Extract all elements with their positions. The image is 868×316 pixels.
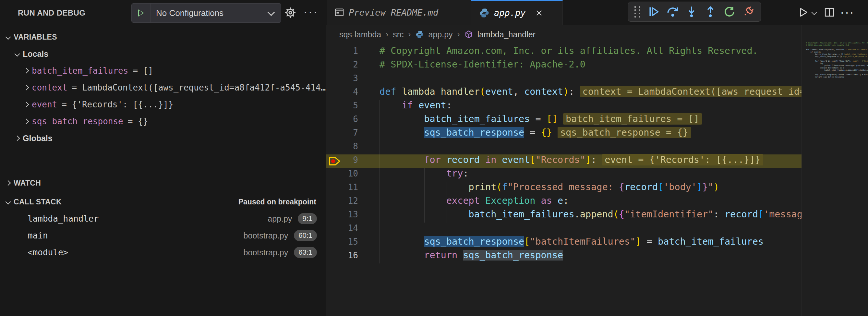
code-token: record (725, 209, 758, 220)
code-line-12[interactable]: except Exception as e: (360, 194, 802, 208)
start-debug-button[interactable] (132, 4, 151, 22)
code-line-7[interactable]: sqs_batch_response = {}sqs_batch_respons… (360, 126, 802, 139)
chevron-right-icon (5, 180, 11, 186)
variable-row-batch_item_failures[interactable]: batch_item_failures= [] (0, 62, 326, 79)
minimap-line: batch_item_failures.append({"itemIdentif… (806, 69, 867, 71)
line-number[interactable]: 2 (329, 58, 358, 71)
restart-button[interactable] (722, 4, 737, 20)
close-tab-button[interactable] (534, 7, 545, 19)
split-editor-button[interactable] (824, 4, 835, 20)
code-token: {} (541, 127, 552, 138)
python-icon (479, 8, 490, 18)
code-line-11[interactable]: print(f"Processed message: {record['body… (360, 180, 802, 194)
code-line-6[interactable]: batch_item_failures = []batch_item_failu… (360, 112, 802, 126)
step-out-button[interactable] (703, 4, 718, 20)
code-line-2[interactable]: # SPDX-License-Identifier: Apache-2.0 (360, 58, 802, 71)
run-dropdown-button[interactable] (812, 4, 816, 20)
code-token: event (418, 100, 446, 110)
debug-config-dropdown[interactable]: No Configurations (131, 3, 281, 23)
code-token (379, 236, 424, 247)
line-number[interactable]: 9 (329, 153, 358, 167)
code-line-10[interactable]: try: (360, 167, 802, 180)
code-token: batch_item_failures (658, 236, 764, 247)
code-line-4[interactable]: def lambda_handler(event, context):conte… (360, 85, 802, 99)
variables-scope-locals[interactable]: Locals (0, 45, 326, 62)
code-line-15[interactable]: sqs_batch_response["batchItemFailures"] … (360, 235, 802, 249)
breadcrumb-file[interactable]: app.py (429, 30, 453, 39)
line-number[interactable]: 13 (329, 208, 358, 221)
toolbar-drag-handle[interactable] (633, 4, 643, 20)
call-stack-section-header[interactable]: CALL STACK Paused on breakpoint (0, 194, 326, 210)
code-line-8[interactable] (360, 139, 802, 153)
symbol-method-icon (464, 30, 473, 39)
line-number[interactable]: 12 (329, 194, 358, 208)
minimap-line: return sqs_batch_response (806, 75, 867, 78)
minimap[interactable]: # Copyright Amazon.com, Inc. or its affi… (802, 25, 868, 316)
variables-scope-globals[interactable]: Globals (0, 130, 326, 147)
code-token: return (424, 250, 463, 260)
minimap-line: # Copyright Amazon.com, Inc. or its affi… (806, 41, 867, 44)
code-token (379, 127, 424, 138)
chevron-separator: › (457, 30, 460, 39)
editor-more-actions-button[interactable]: ··· (838, 4, 856, 20)
minimap-line: sqs_batch_response = {} sqs_batch_respon… (806, 55, 867, 57)
disconnect-button[interactable] (741, 4, 756, 20)
code-line-13[interactable]: batch_item_failures.append({"itemIdentif… (360, 208, 802, 221)
tab-app-py[interactable]: app.py (471, 0, 563, 25)
call-stack-frame-1[interactable]: lambda_handlerapp.py9:1 (0, 210, 326, 227)
continue-button[interactable] (646, 4, 661, 20)
step-into-button[interactable] (684, 4, 699, 20)
line-number[interactable]: 5 (329, 99, 358, 112)
chevron-right-icon (24, 102, 29, 107)
variables-section-header[interactable]: VARIABLES (0, 29, 326, 45)
call-stack-frame-3[interactable]: <module>bootstrap.py63:1 (0, 244, 326, 261)
sidebar-title: RUN AND DEBUG (18, 8, 85, 18)
line-number[interactable]: 3 (329, 71, 358, 85)
line-number[interactable]: 7 (329, 126, 358, 139)
variable-row-context[interactable]: context= LambdaContext([aws_request_id=a… (0, 79, 326, 96)
line-number[interactable]: 14 (329, 221, 358, 235)
line-number[interactable]: 8 (329, 139, 358, 153)
code-token: f (502, 182, 508, 192)
breadcrumb-folder[interactable]: sqs-lambda (339, 30, 381, 39)
line-number[interactable]: 1 (329, 44, 358, 58)
gripper-icon (634, 6, 641, 18)
run-python-file-button[interactable] (798, 4, 809, 20)
code-line-5[interactable]: if event: (360, 99, 802, 112)
line-number[interactable]: 6 (329, 112, 358, 126)
code-token: : (463, 168, 468, 179)
code-line-1[interactable]: # Copyright Amazon.com, Inc. or its affi… (360, 44, 802, 58)
variable-value: = {'Records': [{...}]} (62, 100, 173, 109)
code-editor[interactable]: 12345678910111213141516 # Copyright Amaz… (326, 44, 802, 316)
chevron-right-icon (14, 136, 20, 141)
code-line-14[interactable] (360, 221, 802, 235)
code-line-3[interactable] (360, 71, 802, 85)
frame-file: app.py (268, 214, 292, 224)
call-stack-frame-2[interactable]: mainbootstrap.py60:1 (0, 227, 326, 244)
variable-row-sqs_batch_response[interactable]: sqs_batch_response= {} (0, 113, 326, 130)
code-line-9[interactable]: for record in event["Records"]:event = {… (360, 153, 802, 167)
code-line-16[interactable]: return sqs_batch_response (360, 249, 802, 262)
settings-gear-button[interactable] (283, 5, 298, 20)
editor-actions: ··· (798, 0, 868, 25)
line-number[interactable]: 10 (329, 167, 358, 180)
code-token: ] (586, 154, 591, 165)
line-number[interactable]: 4 (329, 85, 358, 99)
code-token: : (446, 100, 452, 110)
watch-section-header[interactable]: WATCH (0, 175, 326, 191)
breadcrumb-folder[interactable]: src (393, 30, 404, 39)
breadcrumb-symbol[interactable]: lambda_handler (477, 30, 535, 39)
variable-name: event (32, 100, 57, 109)
tab-preview-readme[interactable]: Preview README.md (327, 0, 471, 25)
variable-row-event[interactable]: event= {'Records': [{...}]} (0, 96, 326, 113)
line-number[interactable]: 11 (329, 180, 358, 194)
code-token: try (446, 168, 463, 179)
editor-gutter[interactable]: 12345678910111213141516 (326, 44, 360, 316)
sidebar-more-actions-button[interactable]: ··· (301, 3, 320, 21)
line-number[interactable]: 16 (329, 249, 358, 262)
code-token: "Records" (535, 154, 585, 165)
code-token: = (524, 127, 541, 138)
line-number[interactable]: 15 (329, 235, 358, 249)
code-token: batch_item_failures (469, 209, 575, 220)
step-over-button[interactable] (665, 4, 681, 20)
